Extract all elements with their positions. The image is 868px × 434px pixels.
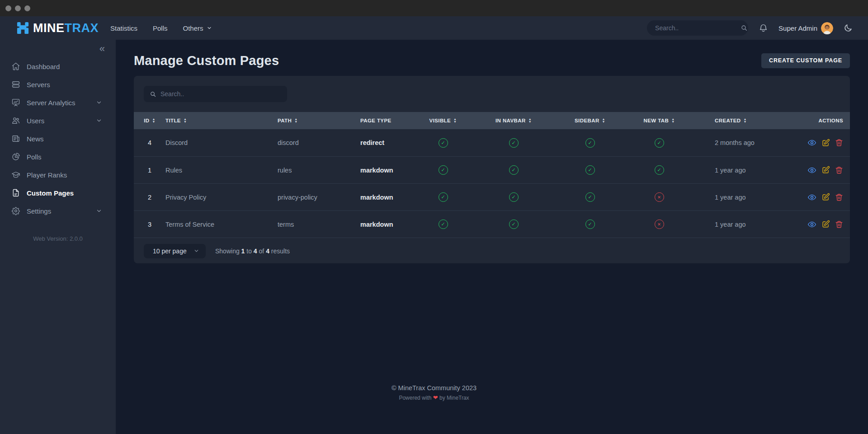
home-icon (11, 62, 20, 71)
column-header-created[interactable]: CREATED▲▼ (700, 118, 805, 123)
brand-logo[interactable]: MINETRAX (16, 21, 99, 35)
navbar-right: Super Admin (647, 20, 853, 36)
column-header-in-navbar[interactable]: IN NAVBAR▲▼ (495, 118, 532, 123)
edit-button[interactable] (821, 139, 830, 147)
sidebar-item-users[interactable]: Users (0, 112, 116, 130)
window-control-dot[interactable] (5, 5, 11, 11)
user-name: Super Admin (778, 24, 817, 32)
delete-button[interactable] (835, 166, 843, 174)
server-icon (11, 80, 20, 89)
create-custom-page-button[interactable]: CREATE CUSTOM PAGE (761, 53, 850, 68)
collapse-sidebar-icon[interactable]: « (99, 44, 105, 54)
sidebar-item-polls[interactable]: Polls (0, 148, 116, 166)
newspaper-icon (11, 134, 20, 143)
notifications-bell-icon[interactable] (759, 23, 768, 33)
chevron-down-icon (193, 248, 199, 254)
sidebar: « Dashboard Servers Server Analytics (0, 40, 116, 434)
column-header-sidebar[interactable]: SIDEBAR▲▼ (575, 118, 605, 123)
sort-icon: ▲▼ (602, 118, 605, 123)
nav-link-polls[interactable]: Polls (153, 24, 168, 32)
global-search-input[interactable] (655, 24, 737, 32)
main-content: Manage Custom Pages CREATE CUSTOM PAGE I… (116, 40, 868, 434)
table-row: 2 Privacy Policy privacy-policy markdown… (134, 183, 850, 210)
status-icon (439, 219, 448, 229)
table-footer: 10 per page Showing 1 to 4 of 4 results (134, 238, 850, 263)
status-icon (439, 138, 448, 148)
nav-links: Statistics Polls Others (110, 24, 212, 32)
global-search (647, 20, 748, 36)
edit-button[interactable] (821, 166, 830, 174)
column-header-visible[interactable]: VISIBLE▲▼ (429, 118, 457, 123)
delete-button[interactable] (835, 193, 843, 201)
status-icon (509, 219, 519, 229)
status-icon (509, 165, 519, 175)
status-icon (439, 192, 448, 202)
gear-icon (11, 206, 20, 215)
search-icon (150, 91, 156, 98)
column-header-id[interactable]: ID▲▼ (144, 118, 156, 123)
table-row: 4 Discord discord redirect 2 months ago (134, 129, 850, 156)
status-icon (655, 192, 664, 202)
search-icon[interactable] (741, 24, 748, 32)
column-header-new-tab[interactable]: NEW TAB▲▼ (644, 118, 675, 123)
results-summary: Showing 1 to 4 of 4 results (215, 247, 290, 255)
heart-icon: ❤ (433, 394, 438, 401)
chart-pie-icon (11, 152, 20, 161)
status-icon (655, 165, 664, 175)
table-search-input[interactable] (160, 90, 282, 98)
window-control-dot[interactable] (15, 5, 21, 11)
delete-button[interactable] (835, 139, 843, 147)
view-button[interactable] (807, 138, 816, 147)
delete-button[interactable] (835, 220, 843, 229)
status-icon (585, 192, 595, 202)
user-avatar (821, 22, 833, 34)
nav-link-others[interactable]: Others (183, 24, 212, 32)
chevron-down-icon (96, 117, 102, 124)
view-button[interactable] (807, 166, 816, 175)
status-icon (655, 138, 664, 148)
edit-button[interactable] (821, 193, 830, 201)
user-menu[interactable]: Super Admin (778, 22, 833, 34)
status-icon (509, 138, 519, 148)
chevron-down-icon (96, 99, 102, 106)
presentation-chart-icon (11, 98, 20, 107)
status-icon (509, 192, 519, 202)
status-icon (585, 165, 595, 175)
view-button[interactable] (807, 193, 816, 202)
document-icon (11, 188, 20, 197)
site-footer: © MineTrax Community 2023 Powered with ❤… (0, 384, 868, 401)
sidebar-item-servers[interactable]: Servers (0, 75, 116, 93)
table-header-row: ID▲▼ TITLE▲▼ PATH▲▼ PAGE TYPE VISIBLE▲▼ … (134, 112, 850, 129)
chevron-down-icon (96, 208, 102, 214)
sort-icon: ▲▼ (744, 118, 747, 123)
sidebar-item-server-analytics[interactable]: Server Analytics (0, 93, 116, 112)
sort-icon: ▲▼ (453, 118, 457, 123)
window-control-dot[interactable] (24, 5, 30, 11)
status-icon (585, 219, 595, 229)
sort-icon: ▲▼ (152, 118, 155, 123)
sort-icon: ▲▼ (671, 118, 675, 123)
sidebar-item-custom-pages[interactable]: Custom Pages (0, 184, 116, 202)
sidebar-item-player-ranks[interactable]: Player Ranks (0, 166, 116, 184)
brand-name: MINETRAX (33, 21, 99, 35)
column-header-actions: ACTIONS (818, 118, 850, 123)
top-navbar: MINETRAX Statistics Polls Others Super A… (0, 16, 868, 40)
column-header-title[interactable]: TITLE▲▼ (165, 118, 278, 123)
window-titlebar (0, 0, 868, 16)
sidebar-item-settings[interactable]: Settings (0, 202, 116, 220)
dark-mode-moon-icon[interactable] (844, 23, 853, 33)
nav-link-statistics[interactable]: Statistics (110, 24, 137, 32)
column-header-path[interactable]: PATH▲▼ (278, 118, 360, 123)
edit-button[interactable] (821, 220, 830, 229)
table-row: 3 Terms of Service terms markdown 1 year… (134, 210, 850, 238)
powered-by-text: Powered with ❤ by MineTrax (0, 394, 868, 401)
web-version-label: Web Version: 2.0.0 (0, 235, 116, 242)
status-icon (439, 165, 448, 175)
sidebar-item-news[interactable]: News (0, 130, 116, 148)
custom-pages-card: ID▲▼ TITLE▲▼ PATH▲▼ PAGE TYPE VISIBLE▲▼ … (134, 76, 850, 263)
sidebar-item-dashboard[interactable]: Dashboard (0, 57, 116, 75)
view-button[interactable] (807, 220, 816, 229)
per-page-select[interactable]: 10 per page (144, 244, 206, 258)
column-header-page-type: PAGE TYPE (360, 118, 420, 123)
sort-icon: ▲▼ (528, 118, 532, 123)
